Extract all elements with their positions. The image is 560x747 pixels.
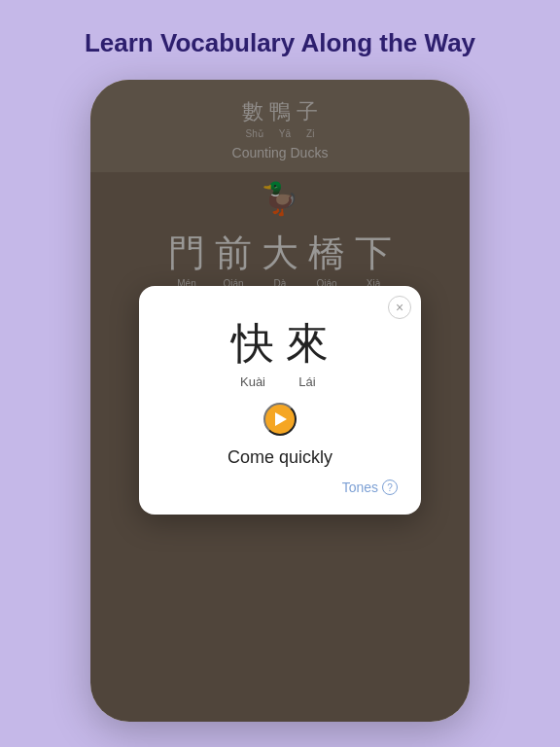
vocabulary-modal: × 快 Kuài 來 Lái Come quickly [139, 286, 421, 515]
modal-char-lai: 來 Lái [286, 315, 329, 389]
modal-chinese-row: 快 Kuài 來 Lái [231, 315, 329, 389]
app-screen: 數 鴨 子 Shǔ Yā Zi Counting Ducks 🦆 門 Mén 前 [90, 80, 470, 722]
close-icon: × [396, 301, 403, 314]
modal-pinyin-kuai: Kuài [231, 374, 274, 389]
play-icon [275, 412, 287, 426]
modal-overlay: × 快 Kuài 來 Lái Come quickly [90, 80, 470, 722]
modal-char-lai-text: 來 [286, 315, 329, 373]
modal-close-button[interactable]: × [388, 296, 411, 319]
page-title: Learn Vocabulary Along the Way [55, 0, 505, 80]
help-icon[interactable]: ? [382, 480, 398, 495]
phone-frame: 數 鴨 子 Shǔ Yā Zi Counting Ducks 🦆 門 Mén 前 [90, 80, 470, 722]
modal-char-kuai-text: 快 [231, 315, 274, 373]
modal-translation: Come quickly [228, 447, 332, 468]
modal-char-kuai: 快 Kuài [231, 315, 274, 389]
play-audio-button[interactable] [263, 403, 297, 436]
modal-pinyin-lai: Lái [286, 374, 329, 389]
tones-link[interactable]: Tones [342, 480, 378, 495]
modal-footer: Tones ? [162, 480, 398, 495]
